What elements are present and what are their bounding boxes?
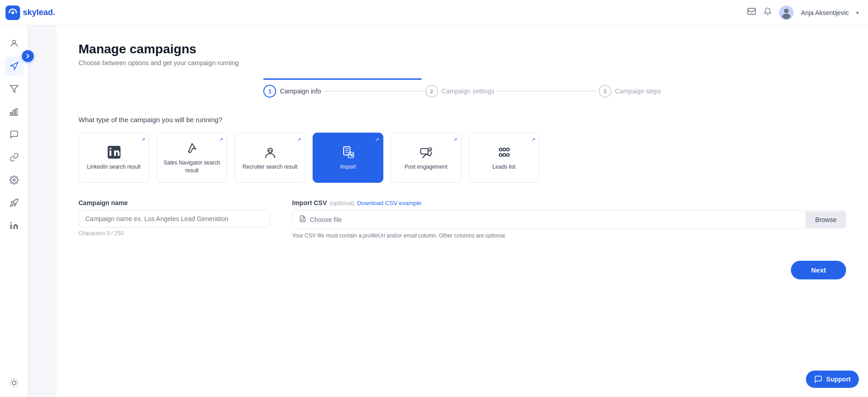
campaign-name-section: Campaign name Characters 0 / 250 — [78, 199, 270, 237]
leads-list-label: Leads list — [492, 163, 516, 171]
step-1-progress-line — [263, 78, 421, 80]
next-row: Next — [78, 261, 846, 279]
csv-label-row: Import CSV (optional) Download CSV examp… — [292, 199, 846, 206]
type-card-sales-navigator[interactable]: ↗ Sales Navigator search result — [157, 133, 227, 183]
type-card-import[interactable]: ↗ Import — [313, 133, 383, 183]
sidebar-item-profile[interactable] — [5, 34, 24, 53]
linkedin-type-label: LinkedIn search result — [87, 163, 141, 171]
post-ext-icon: ↗ — [453, 137, 457, 143]
step-3: 3 Campaign steps — [599, 85, 661, 98]
svg-rect-11 — [10, 225, 11, 229]
sidebar-item-launch[interactable] — [5, 193, 24, 212]
svg-point-33 — [503, 154, 506, 156]
sidebar-item-link[interactable] — [5, 148, 24, 167]
sidebar-expand-button[interactable] — [22, 50, 34, 62]
svg-point-13 — [12, 381, 16, 385]
avatar — [779, 5, 794, 20]
step-3-label: Campaign steps — [615, 88, 661, 95]
type-card-recruiter[interactable]: ↗ Recruiter search result — [235, 133, 305, 183]
step-1-label: Campaign info — [280, 88, 321, 95]
step-2-circle: 2 — [425, 85, 438, 98]
svg-rect-2 — [748, 8, 756, 14]
svg-rect-7 — [10, 113, 11, 116]
csv-info: Your CSV file must contain a profileUrl … — [292, 232, 846, 239]
topbar-right: Anja Aksentijevic ▾ — [747, 5, 859, 20]
campaign-name-label: Campaign name — [78, 199, 270, 206]
step-1-circle: 1 — [263, 85, 276, 98]
step-2: 2 Campaign settings — [425, 85, 495, 98]
recruiter-ext-icon: ↗ — [297, 137, 301, 143]
support-label: Support — [826, 376, 851, 383]
step-1: 1 Campaign info — [263, 85, 321, 98]
csv-optional: (optional) — [329, 200, 354, 206]
svg-rect-25 — [344, 147, 350, 155]
svg-line-16 — [11, 380, 11, 381]
sidebar-item-settings[interactable] — [5, 170, 24, 190]
svg-point-12 — [10, 222, 11, 223]
campaign-name-input[interactable] — [78, 210, 270, 227]
page-title: Manage campaigns — [78, 42, 846, 57]
sidebar — [0, 0, 28, 397]
step-3-circle: 3 — [599, 85, 612, 98]
svg-line-21 — [16, 380, 17, 381]
campaign-name-hint: Characters 0 / 250 — [78, 230, 270, 237]
app-name: skylead. — [23, 8, 55, 17]
type-card-leads-list[interactable]: ↗ Leads list — [469, 133, 539, 183]
svg-point-4 — [782, 14, 790, 19]
topbar-logo-area: skylead. — [0, 5, 55, 20]
post-engagement-icon — [419, 145, 434, 160]
step-bar-2-3 — [497, 91, 597, 92]
svg-marker-6 — [10, 86, 18, 93]
mail-icon[interactable] — [747, 7, 756, 18]
svg-point-32 — [499, 154, 502, 156]
sales-nav-icon — [185, 141, 199, 155]
next-button[interactable]: Next — [791, 261, 846, 279]
step-2-label: Campaign settings — [442, 88, 495, 95]
sidebar-item-campaigns[interactable] — [5, 57, 24, 76]
sidebar-item-linkedin[interactable] — [5, 216, 24, 235]
sidebar-item-theme[interactable] — [5, 373, 24, 392]
svg-point-3 — [784, 9, 789, 13]
leads-list-icon — [497, 145, 512, 160]
csv-download-link[interactable]: Download CSV example — [357, 200, 421, 206]
svg-point-23 — [268, 148, 272, 153]
notification-icon[interactable] — [763, 7, 772, 18]
topbar: skylead. Anja Aksentijevic ▾ — [0, 0, 868, 26]
recruiter-type-label: Recruiter search result — [242, 163, 298, 171]
svg-point-5 — [12, 40, 16, 43]
recruiter-icon — [263, 145, 277, 160]
leads-ext-icon: ↗ — [531, 137, 535, 143]
sidebar-item-messages[interactable] — [5, 125, 24, 144]
form-row: Campaign name Characters 0 / 250 Import … — [78, 199, 846, 239]
type-card-post-engagement[interactable]: ↗ Post engagement — [391, 133, 461, 183]
linkedin-ext-icon: ↗ — [141, 137, 145, 143]
svg-line-20 — [11, 385, 11, 386]
svg-line-17 — [16, 385, 17, 386]
page-subtitle: Choose between options and get your camp… — [78, 59, 846, 67]
step-bar-1-2 — [323, 91, 424, 92]
svg-rect-27 — [421, 149, 428, 154]
sidebar-item-analytics[interactable] — [5, 102, 24, 121]
user-menu-chevron[interactable]: ▾ — [856, 10, 859, 16]
support-button[interactable]: Support — [806, 371, 859, 388]
sidebar-item-filter[interactable] — [5, 79, 24, 98]
csv-file-inner: Choose file — [293, 211, 805, 228]
main-content: Manage campaigns Choose between options … — [57, 26, 868, 397]
app-logo: skylead. — [5, 5, 55, 20]
svg-point-1 — [11, 11, 14, 14]
svg-rect-9 — [16, 108, 17, 115]
post-engagement-label: Post engagement — [404, 163, 447, 171]
csv-file-icon — [299, 215, 306, 224]
csv-browse-button[interactable]: Browse — [805, 211, 846, 228]
stepper: 1 Campaign info 2 Campaign settings 3 Ca… — [78, 85, 846, 98]
svg-point-30 — [503, 148, 506, 151]
campaign-type-question: What type of the campaign you will be ru… — [78, 116, 846, 124]
csv-section: Import CSV (optional) Download CSV examp… — [292, 199, 846, 239]
campaign-types-grid: ↗ LinkedIn search result ↗ Sales Navigat… — [78, 133, 846, 183]
sales-nav-ext-icon: ↗ — [219, 137, 223, 143]
type-card-linkedin[interactable]: ↗ LinkedIn search result — [78, 133, 149, 183]
svg-point-31 — [507, 148, 509, 151]
csv-file-row: Choose file Browse — [292, 210, 846, 229]
svg-point-28 — [428, 148, 432, 151]
linkedin-icon — [107, 145, 121, 160]
